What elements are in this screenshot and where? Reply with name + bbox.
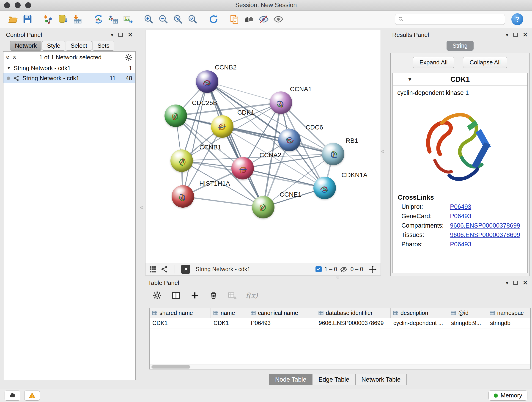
network-node-cdc25b[interactable] bbox=[165, 104, 187, 127]
crosslink-link[interactable]: P06493 bbox=[450, 203, 471, 211]
panel-close-icon[interactable]: ✕ bbox=[523, 280, 528, 286]
table-cell[interactable]: P06493 bbox=[248, 318, 316, 328]
eye-show-button[interactable] bbox=[271, 12, 286, 26]
tab-network[interactable]: Network bbox=[10, 41, 41, 51]
network-node-ccne1[interactable] bbox=[252, 196, 274, 218]
network-node-ccnb1[interactable] bbox=[171, 149, 193, 172]
clear-table-button[interactable] bbox=[227, 290, 238, 301]
network-node-cdk1[interactable] bbox=[211, 115, 234, 138]
update-network-button[interactable] bbox=[91, 12, 106, 26]
import-network-file-button[interactable] bbox=[41, 12, 56, 26]
zoom-out-button[interactable] bbox=[156, 12, 171, 26]
collapse-triangle-icon[interactable]: ▼ bbox=[407, 77, 412, 83]
collapse-all-button[interactable]: Collapse All bbox=[463, 57, 507, 68]
add-column-button[interactable] bbox=[189, 290, 200, 301]
tab-select[interactable]: Select bbox=[66, 41, 92, 51]
expand-all-button[interactable]: Expand All bbox=[413, 57, 454, 68]
network-tree-row[interactable]: String Network - cdk11148 bbox=[3, 73, 135, 83]
table-row[interactable]: CDK1CDK1P064939606.ENSP00000378699cyclin… bbox=[150, 318, 530, 328]
crosslink-link[interactable]: 9606.ENSP00000378699 bbox=[450, 231, 520, 239]
vertical-splitter-handle[interactable] bbox=[381, 150, 384, 153]
crosslink-link[interactable]: P06493 bbox=[450, 241, 471, 248]
double-home-button[interactable] bbox=[242, 12, 256, 26]
crosslink-link[interactable]: 9606.ENSP00000378699 bbox=[450, 222, 520, 229]
vertical-splitter-handle[interactable] bbox=[140, 206, 143, 209]
export-image-button[interactable] bbox=[120, 12, 135, 26]
column-header-canonical-name[interactable]: canonical name bbox=[248, 308, 316, 318]
save-disk-button[interactable] bbox=[20, 12, 35, 26]
network-overview-button[interactable] bbox=[160, 265, 168, 274]
table-cell[interactable]: CDK1 bbox=[150, 318, 211, 328]
table-cell[interactable]: stringdb:9... bbox=[448, 318, 487, 328]
panel-float-icon[interactable] bbox=[513, 33, 518, 37]
warnings-button[interactable] bbox=[24, 390, 40, 401]
memory-button[interactable]: Memory bbox=[488, 390, 527, 401]
scrollbar-thumb[interactable] bbox=[152, 365, 190, 369]
panel-menu-icon[interactable]: ▾ bbox=[506, 32, 508, 37]
panel-menu-icon[interactable]: ▾ bbox=[506, 281, 508, 285]
detach-view-button[interactable] bbox=[181, 265, 190, 274]
pan-tool-button[interactable] bbox=[368, 265, 377, 274]
hidden-eye-icon[interactable] bbox=[340, 265, 348, 273]
open-folder-button[interactable] bbox=[6, 12, 20, 26]
column-header-description[interactable]: description bbox=[391, 308, 448, 318]
panel-close-icon[interactable]: ✕ bbox=[523, 32, 528, 38]
column-header-shared-name[interactable]: shared name bbox=[150, 308, 211, 318]
gene-header[interactable]: ▼ CDK1 bbox=[393, 73, 527, 86]
tree-expander-icon[interactable]: ▼ bbox=[7, 65, 11, 70]
column-header-namespac[interactable]: namespac bbox=[487, 308, 530, 318]
tab-network-table[interactable]: Network Table bbox=[355, 374, 407, 385]
zoom-fit-button[interactable] bbox=[171, 12, 185, 26]
network-tree-row[interactable]: ▼String Network - cdk11 bbox=[3, 63, 135, 73]
column-header-database-identifier[interactable]: database identifier bbox=[316, 308, 391, 318]
crosslink-link[interactable]: P06493 bbox=[450, 213, 471, 220]
import-table-file-button[interactable] bbox=[70, 12, 85, 26]
network-node-cdc6[interactable] bbox=[278, 129, 301, 151]
table-cell[interactable]: cyclin-dependent ... bbox=[391, 318, 448, 328]
zoom-selected-button[interactable] bbox=[185, 12, 200, 26]
tab-string[interactable]: String bbox=[447, 41, 474, 51]
tab-style[interactable]: Style bbox=[42, 41, 65, 51]
network-node-hist1h1a[interactable] bbox=[172, 185, 194, 208]
minimize-window-button[interactable] bbox=[15, 2, 21, 8]
network-node-ccnb2[interactable] bbox=[196, 70, 218, 93]
panel-menu-icon[interactable]: ▾ bbox=[111, 32, 114, 37]
tab-sets[interactable]: Sets bbox=[93, 41, 114, 51]
network-node-cdkn1a[interactable] bbox=[313, 177, 336, 199]
network-node-rb1[interactable] bbox=[322, 143, 344, 165]
network-edge[interactable] bbox=[207, 82, 281, 103]
horizontal-scrollbar[interactable] bbox=[150, 364, 530, 369]
table-settings-button[interactable] bbox=[152, 290, 163, 301]
close-window-button[interactable] bbox=[4, 2, 10, 8]
network-node-ccna1[interactable] bbox=[270, 91, 292, 114]
column-header-name[interactable]: name bbox=[211, 308, 248, 318]
copy-documents-button[interactable] bbox=[227, 12, 242, 26]
tab-node-table[interactable]: Node Table bbox=[269, 374, 312, 385]
table-cell[interactable]: stringdb bbox=[487, 318, 530, 328]
network-node-ccna2[interactable] bbox=[231, 157, 254, 179]
panel-float-icon[interactable] bbox=[119, 33, 123, 37]
show-columns-button[interactable] bbox=[171, 290, 181, 301]
expand-all-icon[interactable]: » bbox=[11, 56, 17, 59]
network-canvas[interactable]: CCNB2CCNA1CDC25BCDK1CDC6RB1CCNB1CCNA2CDK… bbox=[146, 30, 380, 263]
table-cell[interactable]: 9606.ENSP00000378699 bbox=[316, 318, 391, 328]
delete-column-button[interactable] bbox=[208, 290, 219, 301]
tab-edge-table[interactable]: Edge Table bbox=[312, 374, 355, 385]
function-builder-button[interactable]: f(x) bbox=[246, 291, 258, 300]
help-button[interactable]: ? bbox=[511, 13, 523, 25]
apply-layout-button[interactable] bbox=[206, 12, 221, 26]
selected-checkbox-icon[interactable] bbox=[316, 266, 322, 272]
network-edge[interactable] bbox=[183, 196, 263, 207]
cloud-button[interactable] bbox=[5, 390, 20, 401]
panel-float-icon[interactable] bbox=[513, 281, 518, 285]
eye-hide-button[interactable] bbox=[256, 12, 271, 26]
maximize-window-button[interactable] bbox=[25, 2, 31, 8]
column-header--id[interactable]: @id bbox=[448, 308, 487, 318]
table-cell[interactable]: CDK1 bbox=[211, 318, 248, 328]
network-table-button[interactable] bbox=[106, 12, 120, 26]
zoom-in-button[interactable] bbox=[141, 12, 156, 26]
import-network-database-button[interactable] bbox=[56, 12, 70, 26]
panel-close-icon[interactable]: ✕ bbox=[128, 32, 133, 38]
search-input[interactable] bbox=[406, 16, 502, 23]
network-edge[interactable] bbox=[183, 82, 207, 196]
